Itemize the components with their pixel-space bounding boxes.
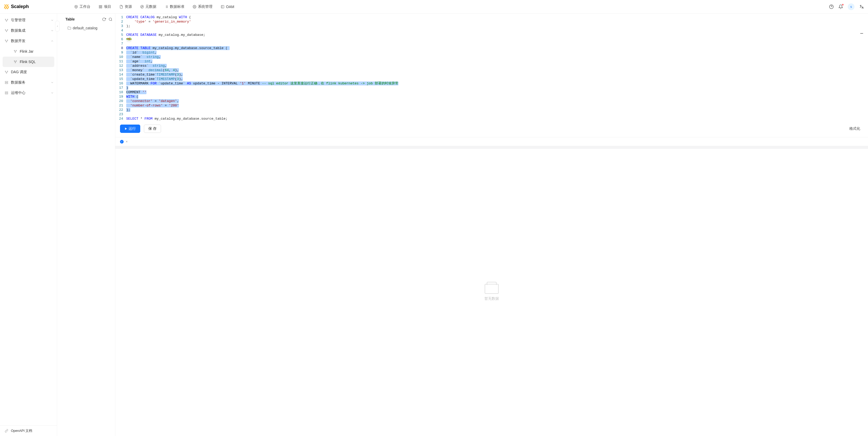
svg-point-39 <box>109 18 112 20</box>
sidebar-item-integration[interactable]: 数据集成 <box>0 26 57 36</box>
svg-point-20 <box>5 29 6 30</box>
empty-state: 暂无数据 <box>115 148 868 436</box>
sidebar-label: 数据集成 <box>11 28 26 33</box>
collapse-sidebar-button[interactable] <box>55 21 60 32</box>
sidebar-sub-flink-jar[interactable]: Flink Jar <box>3 46 54 57</box>
sidebar-item-dag[interactable]: DAG 调度 <box>0 67 57 77</box>
file-icon <box>120 5 123 8</box>
svg-rect-3 <box>101 7 102 8</box>
cube-icon <box>74 5 78 8</box>
help-icon[interactable] <box>829 4 834 9</box>
brand-icon <box>4 4 9 9</box>
topnav-metadata[interactable]: 元数据 <box>140 4 156 9</box>
chevron-up-icon <box>51 39 54 42</box>
svg-rect-2 <box>99 7 100 8</box>
translate-icon[interactable] <box>859 4 864 9</box>
svg-point-19 <box>6 21 7 21</box>
topnav-label: 系统管理 <box>198 4 213 9</box>
svg-rect-13 <box>221 5 224 8</box>
avatar[interactable]: s <box>848 3 855 10</box>
brand-logo[interactable]: Scaleph <box>4 4 29 9</box>
svg-point-12 <box>194 6 195 7</box>
chevron-down-icon <box>51 81 54 84</box>
svg-point-31 <box>15 62 16 63</box>
sidebar-footer: OpenAPI 文档 <box>0 425 57 436</box>
chevron-left-icon <box>56 25 58 27</box>
run-button[interactable]: 运行 <box>120 125 140 133</box>
sidebar-label: 引擎管理 <box>11 18 26 23</box>
sidebar-sub-flink-sql[interactable]: Flink SQL <box>3 57 54 67</box>
code-editor[interactable]: 123456789101112131415161718192021222324 … <box>115 13 868 121</box>
chevron-down-icon <box>51 29 54 32</box>
svg-point-26 <box>14 50 14 51</box>
notification-badge <box>842 4 844 5</box>
svg-point-30 <box>16 61 17 61</box>
play-icon <box>124 127 127 130</box>
sidebar-item-dataservice[interactable]: 数据服务 <box>0 77 57 88</box>
nodes-icon <box>5 19 8 22</box>
refresh-icon[interactable] <box>102 18 106 21</box>
line-gutter: 123456789101112131415161718192021222324 <box>115 15 126 121</box>
list-icon <box>165 5 168 8</box>
svg-point-27 <box>16 50 17 51</box>
topnav-project[interactable]: 项目 <box>99 4 111 9</box>
topnav-resource[interactable]: 资源 <box>120 4 132 9</box>
svg-rect-1 <box>101 5 102 6</box>
server-icon <box>5 81 8 85</box>
top-nav: 工作台 项目 资源 元数据 数据标准 系统管理 OAM <box>74 4 234 9</box>
action-bar: 运行 保 存 格式化 <box>115 121 868 137</box>
sidebar-sub-label: Flink SQL <box>20 60 36 64</box>
empty-box-icon <box>485 284 499 294</box>
svg-point-29 <box>14 61 14 61</box>
close-icon[interactable]: × <box>126 140 128 143</box>
svg-point-34 <box>6 73 7 73</box>
svg-point-17 <box>5 19 6 20</box>
result-tab[interactable]: ✓ × <box>118 139 130 144</box>
svg-line-40 <box>111 20 112 21</box>
svg-point-28 <box>15 52 16 53</box>
topnav-oam[interactable]: OAM <box>221 5 234 9</box>
topnav-label: 工作台 <box>80 4 90 9</box>
sidebar-label: OpenAPI 文档 <box>11 429 32 433</box>
code-area[interactable]: 🥗 CREATE CATALOG my_catalog WITH ( 'type… <box>126 15 868 121</box>
save-button[interactable]: 保 存 <box>144 125 161 133</box>
svg-rect-38 <box>5 93 8 94</box>
sidebar-item-develop[interactable]: 数据开发 <box>0 36 57 46</box>
sidebar-openapi[interactable]: OpenAPI 文档 <box>0 426 57 436</box>
tree-node-default-catalog[interactable]: default_catalog <box>65 25 113 31</box>
link-icon <box>5 429 8 433</box>
lightbulb-emoji-icon: 🥗 <box>126 38 132 42</box>
format-link[interactable]: 格式化 <box>849 126 860 131</box>
search-icon[interactable] <box>108 18 113 21</box>
svg-point-33 <box>7 71 8 71</box>
svg-marker-5 <box>142 6 143 7</box>
sidebar-item-engine[interactable]: 引擎管理 <box>0 15 57 26</box>
topnav-workbench[interactable]: 工作台 <box>74 4 90 9</box>
topnav-label: OAM <box>226 5 234 9</box>
tree-title: Table <box>65 17 75 21</box>
subnodes-icon <box>13 60 17 64</box>
svg-point-24 <box>7 40 8 40</box>
topnav-standard[interactable]: 数据标准 <box>165 4 184 9</box>
svg-rect-0 <box>99 5 100 6</box>
result-tab-bar: ✓ × <box>115 137 868 146</box>
topnav-system[interactable]: 系统管理 <box>193 4 213 9</box>
chevron-down-icon <box>51 91 54 95</box>
sidebar-item-ops[interactable]: 运维中心 <box>0 88 57 98</box>
bell-icon[interactable] <box>838 4 843 9</box>
svg-point-21 <box>7 29 8 30</box>
svg-point-23 <box>5 40 6 40</box>
subnodes-icon <box>13 49 17 53</box>
empty-text: 暂无数据 <box>485 296 499 301</box>
svg-rect-36 <box>5 83 8 84</box>
compass-icon <box>140 5 144 8</box>
app-header: Scaleph 工作台 项目 资源 元数据 数据标准 系统管理 OAM <box>0 0 868 13</box>
nodes-icon <box>5 29 8 32</box>
sidebar-sub-label: Flink Jar <box>20 49 33 54</box>
sidebar-label: 数据服务 <box>11 80 26 85</box>
nodes-icon <box>5 70 8 74</box>
chevron-down-icon <box>51 19 54 22</box>
topnav-label: 元数据 <box>146 4 156 9</box>
topnav-label: 项目 <box>104 4 111 9</box>
svg-point-22 <box>6 31 7 32</box>
